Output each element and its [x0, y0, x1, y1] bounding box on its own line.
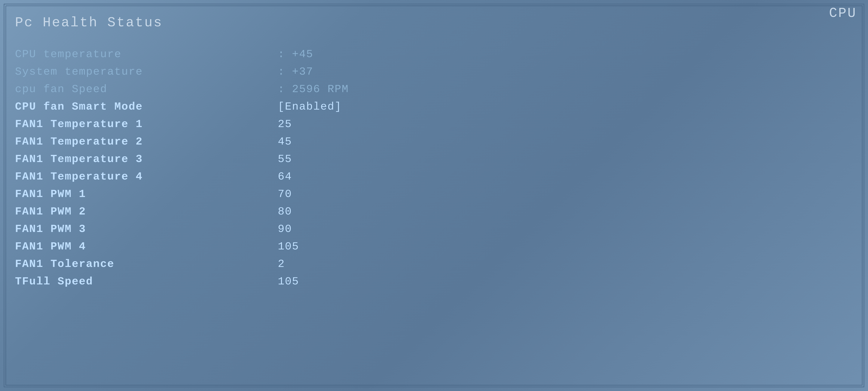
setting-row: FAN1 PWM 390 — [15, 220, 853, 238]
setting-label: CPU fan Smart Mode — [15, 101, 278, 113]
setting-value[interactable]: [Enabled] — [278, 101, 342, 113]
setting-row: System temperature: +37 — [15, 63, 853, 80]
bios-screen: CPU Pc Health Status CPU temperature: +4… — [0, 0, 868, 391]
setting-label: FAN1 Temperature 2 — [15, 136, 278, 148]
setting-row: TFull Speed105 — [15, 273, 853, 290]
setting-value: 70 — [278, 188, 292, 200]
setting-row: FAN1 PWM 170 — [15, 185, 853, 203]
setting-row: FAN1 PWM 4105 — [15, 238, 853, 255]
content-area: CPU temperature: +45System temperature: … — [15, 46, 853, 380]
setting-value: 80 — [278, 205, 292, 218]
setting-label: FAN1 PWM 1 — [15, 188, 278, 200]
setting-label: FAN1 PWM 2 — [15, 205, 278, 218]
setting-value: 105 — [278, 241, 299, 253]
setting-label: cpu fan Speed — [15, 83, 278, 95]
setting-value: 45 — [278, 136, 292, 148]
setting-value: 90 — [278, 223, 292, 235]
top-right-label: CPU — [829, 6, 857, 21]
setting-label: TFull Speed — [15, 275, 278, 288]
setting-value: 25 — [278, 118, 292, 130]
setting-label: CPU temperature — [15, 48, 278, 60]
setting-row: FAN1 PWM 280 — [15, 203, 853, 220]
setting-row: FAN1 Temperature 464 — [15, 168, 853, 185]
setting-value: : +37 — [278, 65, 313, 78]
setting-row[interactable]: CPU fan Smart Mode[Enabled] — [15, 98, 853, 115]
setting-value: 105 — [278, 275, 299, 288]
setting-row: cpu fan Speed: 2596 RPM — [15, 80, 853, 98]
setting-value: 55 — [278, 153, 292, 165]
setting-label: System temperature — [15, 65, 278, 78]
setting-label: FAN1 Temperature 4 — [15, 170, 278, 183]
setting-label: FAN1 PWM 4 — [15, 241, 278, 253]
setting-label: FAN1 Temperature 1 — [15, 118, 278, 130]
setting-label: FAN1 Temperature 3 — [15, 153, 278, 165]
setting-row: FAN1 Temperature 125 — [15, 115, 853, 133]
setting-value: 64 — [278, 170, 292, 183]
setting-row: FAN1 Tolerance2 — [15, 255, 853, 273]
setting-row: CPU temperature: +45 — [15, 46, 853, 63]
setting-label: FAN1 Tolerance — [15, 258, 278, 270]
page-title: Pc Health Status — [15, 15, 853, 30]
setting-value: : 2596 RPM — [278, 83, 349, 95]
setting-label: FAN1 PWM 3 — [15, 223, 278, 235]
setting-value: 2 — [278, 258, 285, 270]
setting-value: : +45 — [278, 48, 313, 60]
setting-row: FAN1 Temperature 355 — [15, 150, 853, 168]
setting-row: FAN1 Temperature 245 — [15, 133, 853, 150]
